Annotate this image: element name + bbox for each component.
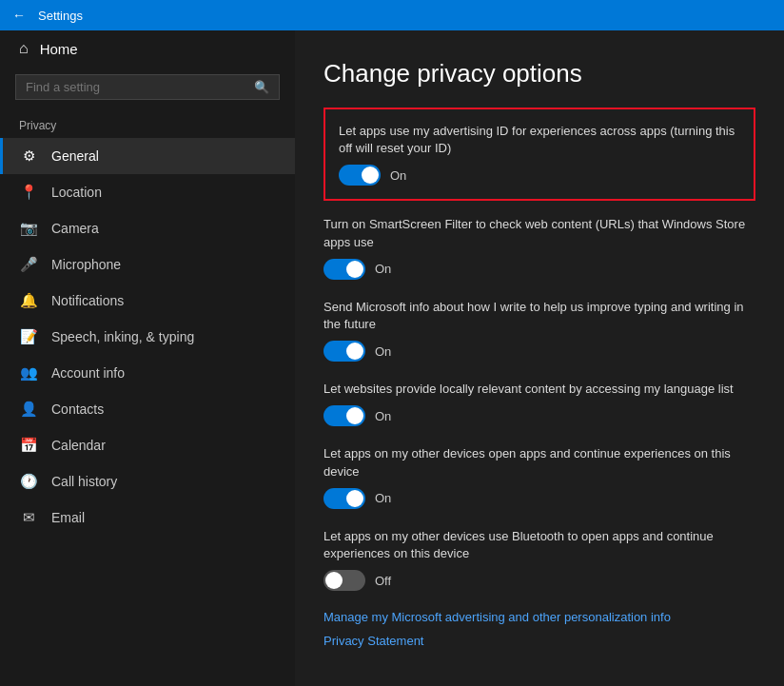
nav-item-location[interactable]: 📍 Location — [0, 174, 295, 210]
toggle-label-bluetooth: Off — [375, 574, 391, 588]
toggle-label-other-devices-apps: On — [375, 491, 391, 505]
notifications-icon: 🔔 — [19, 292, 38, 309]
nav-label-calendar: Calendar — [51, 438, 106, 453]
title-bar-title: Settings — [38, 9, 83, 23]
search-icon: 🔍 — [254, 80, 269, 94]
nav-label-notifications: Notifications — [51, 293, 124, 308]
general-icon: ⚙ — [19, 147, 38, 165]
speech-icon: 📝 — [19, 328, 38, 345]
toggle-typing-info[interactable] — [323, 341, 365, 362]
manage-advertising-link[interactable]: Manage my Microsoft advertising and othe… — [323, 610, 755, 624]
toggle-knob-other-devices-apps — [346, 490, 363, 507]
back-button[interactable]: ← — [10, 8, 29, 23]
toggle-knob-smartscreen — [346, 261, 363, 278]
nav-item-notifications[interactable]: 🔔 Notifications — [0, 283, 295, 319]
content-area: Change privacy options Let apps use my a… — [295, 30, 784, 686]
setting-bluetooth-text: Let apps on my other devices use Bluetoo… — [323, 528, 755, 562]
setting-other-devices-apps-text: Let apps on my other devices open apps a… — [323, 445, 755, 480]
toggle-row-advertising-id: On — [339, 165, 740, 186]
privacy-statement-link[interactable]: Privacy Statement — [323, 634, 755, 648]
toggle-language-list[interactable] — [323, 405, 365, 426]
toggle-knob-typing-info — [346, 343, 363, 360]
toggle-other-devices-apps[interactable] — [323, 488, 365, 509]
setting-language-list: Let websites provide locally relevant co… — [323, 381, 755, 430]
title-bar: ← Settings — [0, 0, 784, 30]
nav-item-camera[interactable]: 📷 Camera — [0, 210, 295, 246]
contacts-icon: 👤 — [19, 401, 38, 418]
search-box[interactable]: 🔍 — [15, 74, 280, 100]
toggle-row-language-list: On — [323, 405, 755, 426]
microphone-icon: 🎤 — [19, 256, 38, 273]
setting-advertising-id-highlight: Let apps use my advertising ID for exper… — [323, 108, 755, 201]
toggle-label-advertising-id: On — [390, 168, 406, 183]
setting-typing-info: Send Microsoft info about how I write to… — [323, 299, 755, 365]
nav-item-contacts[interactable]: 👤 Contacts — [0, 391, 295, 427]
sidebar-item-home[interactable]: ⌂ Home — [0, 30, 295, 67]
email-icon: ✉ — [19, 509, 38, 526]
camera-icon: 📷 — [19, 220, 38, 237]
sidebar-section-label: Privacy — [0, 108, 295, 138]
search-input[interactable] — [26, 80, 246, 94]
sidebar: ⌂ Home 🔍 Privacy ⚙ General 📍 Location 📷 … — [0, 30, 295, 686]
nav-item-general[interactable]: ⚙ General — [0, 138, 295, 174]
toggle-row-smartscreen: On — [323, 259, 755, 280]
nav-label-speech: Speech, inking, & typing — [51, 329, 194, 344]
toggle-bluetooth[interactable] — [323, 570, 365, 591]
app-container: ⌂ Home 🔍 Privacy ⚙ General 📍 Location 📷 … — [0, 30, 784, 686]
setting-smartscreen: Turn on SmartScreen Filter to check web … — [323, 216, 755, 283]
nav-item-email[interactable]: ✉ Email — [0, 500, 295, 536]
nav-item-account[interactable]: 👥 Account info — [0, 355, 295, 391]
setting-typing-info-text: Send Microsoft info about how I write to… — [323, 299, 755, 333]
toggle-smartscreen[interactable] — [323, 259, 365, 280]
nav-item-callhistory[interactable]: 🕐 Call history — [0, 463, 295, 500]
toggle-label-typing-info: On — [375, 344, 391, 359]
nav-label-account: Account info — [51, 365, 125, 381]
callhistory-icon: 🕐 — [19, 473, 38, 490]
nav-label-microphone: Microphone — [51, 257, 121, 272]
nav-item-calendar[interactable]: 📅 Calendar — [0, 427, 295, 463]
nav-item-speech[interactable]: 📝 Speech, inking, & typing — [0, 319, 295, 355]
toggle-row-typing-info: On — [323, 341, 755, 362]
toggle-advertising-id[interactable] — [339, 165, 381, 186]
nav-label-camera: Camera — [51, 221, 99, 236]
sidebar-home-label: Home — [40, 41, 78, 57]
toggle-knob-bluetooth — [325, 572, 343, 589]
toggle-row-bluetooth: Off — [323, 570, 755, 591]
toggle-row-other-devices-apps: On — [323, 488, 755, 509]
toggle-knob-advertising-id — [362, 167, 379, 184]
setting-language-list-text: Let websites provide locally relevant co… — [323, 381, 755, 398]
setting-bluetooth: Let apps on my other devices use Bluetoo… — [323, 528, 755, 595]
toggle-label-language-list: On — [375, 409, 391, 423]
setting-advertising-id-text: Let apps use my advertising ID for exper… — [339, 123, 740, 157]
setting-other-devices-apps: Let apps on my other devices open apps a… — [323, 445, 755, 512]
page-title: Change privacy options — [323, 59, 755, 88]
toggle-knob-language-list — [346, 407, 363, 424]
home-icon: ⌂ — [19, 40, 29, 57]
toggle-label-smartscreen: On — [375, 262, 391, 276]
location-icon: 📍 — [19, 184, 38, 201]
nav-label-location: Location — [51, 185, 102, 200]
setting-smartscreen-text: Turn on SmartScreen Filter to check web … — [323, 216, 755, 250]
nav-item-microphone[interactable]: 🎤 Microphone — [0, 246, 295, 283]
calendar-icon: 📅 — [19, 437, 38, 454]
nav-label-contacts: Contacts — [51, 402, 104, 417]
nav-label-general: General — [51, 148, 99, 164]
nav-label-email: Email — [51, 510, 85, 525]
account-icon: 👥 — [19, 364, 38, 382]
nav-label-callhistory: Call history — [51, 474, 117, 489]
